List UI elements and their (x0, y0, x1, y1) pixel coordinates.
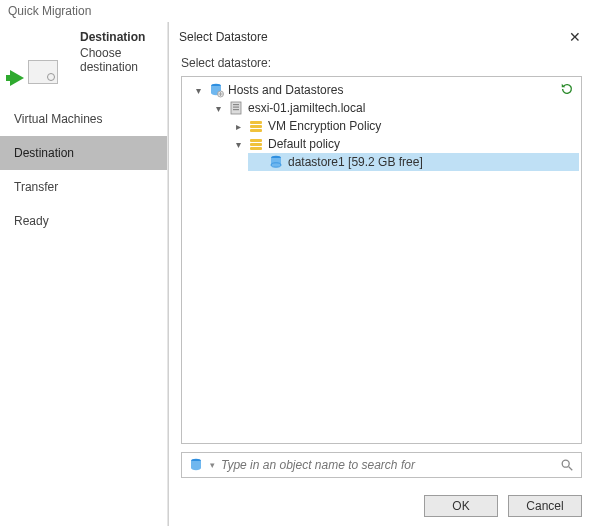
chevron-down-icon[interactable]: ▾ (192, 84, 204, 96)
dialog-content: Select datastore: ▾ Hosts and (169, 52, 594, 486)
tree-label: datastore1 [59.2 GB free] (288, 155, 423, 169)
tree-node-default-policy[interactable]: ▾ Default policy (228, 135, 579, 153)
chevron-down-icon[interactable]: ▾ (232, 138, 244, 150)
select-datastore-label: Select datastore: (181, 52, 582, 76)
svg-rect-10 (250, 143, 262, 146)
tree-label: esxi-01.jamiltech.local (248, 101, 365, 115)
dialog-buttons: OK Cancel (169, 486, 594, 526)
tree-node-datastore1[interactable]: ▸ datastore1 [59.2 GB free] (248, 153, 579, 171)
chevron-down-icon[interactable]: ▾ (210, 460, 215, 470)
refresh-icon[interactable] (559, 81, 575, 97)
ok-button[interactable]: OK (424, 495, 498, 517)
step-ready[interactable]: Ready (0, 204, 167, 238)
chevron-right-icon[interactable]: ▸ (232, 120, 244, 132)
svg-line-16 (569, 467, 573, 471)
chevron-down-icon[interactable]: ▾ (212, 102, 224, 114)
search-icon[interactable] (559, 457, 575, 473)
wizard-title: Quick Migration (0, 0, 594, 22)
migration-icon (14, 56, 64, 88)
datastore-tree: ▾ Hosts and Datastores ▾ (184, 81, 579, 171)
svg-rect-6 (250, 121, 262, 124)
tree-label: VM Encryption Policy (268, 119, 381, 133)
tree-label: Hosts and Datastores (228, 83, 343, 97)
host-icon (228, 100, 244, 116)
tree-label: Default policy (268, 137, 340, 151)
svg-point-15 (562, 460, 569, 467)
destination-desc: Choose destination (80, 46, 157, 74)
step-destination[interactable]: Destination (0, 136, 167, 170)
svg-rect-9 (250, 139, 262, 142)
select-datastore-dialog: Select Datastore ✕ Select datastore: ▾ (168, 22, 594, 526)
cancel-button[interactable]: Cancel (508, 495, 582, 517)
dialog-titlebar: Select Datastore ✕ (169, 22, 594, 52)
svg-rect-5 (233, 109, 239, 110)
wizard-steps: Virtual Machines Destination Transfer Re… (0, 102, 167, 238)
wizard-body: Destination Choose destination Virtual M… (0, 22, 594, 526)
search-bar: ▾ (181, 452, 582, 478)
svg-rect-7 (250, 125, 262, 128)
policy-icon (248, 118, 264, 134)
step-virtual-machines[interactable]: Virtual Machines (0, 102, 167, 136)
tree-container: ▾ Hosts and Datastores ▾ (181, 76, 582, 444)
close-icon[interactable]: ✕ (566, 28, 584, 46)
search-input[interactable] (221, 458, 553, 472)
tree-node-vm-encryption-policy[interactable]: ▸ VM Encryption Policy (228, 117, 579, 135)
datastore-icon (268, 154, 284, 170)
policy-icon (248, 136, 264, 152)
datastore-icon (188, 457, 204, 473)
tree-node-host[interactable]: ▾ esxi-01.jamiltech.local (208, 99, 579, 117)
destination-title: Destination (80, 30, 157, 44)
svg-rect-11 (250, 147, 262, 150)
svg-rect-8 (250, 129, 262, 132)
tree-node-hosts-and-datastores[interactable]: ▾ Hosts and Datastores (188, 81, 579, 99)
svg-rect-2 (231, 102, 241, 114)
svg-rect-3 (233, 104, 239, 105)
wizard-left-pane: Destination Choose destination Virtual M… (0, 22, 168, 526)
hosts-datastores-icon (208, 82, 224, 98)
destination-header: Destination Choose destination (0, 22, 167, 102)
dialog-title-text: Select Datastore (179, 30, 268, 44)
svg-rect-4 (233, 107, 239, 108)
step-transfer[interactable]: Transfer (0, 170, 167, 204)
